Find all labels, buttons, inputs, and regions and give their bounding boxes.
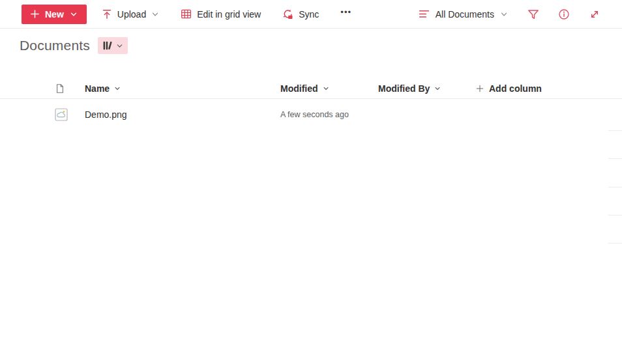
row-divider-fragment xyxy=(608,158,622,159)
library-title-row: Documents xyxy=(0,29,622,54)
column-header-modified[interactable]: Modified xyxy=(280,83,378,94)
page-title: Documents xyxy=(20,38,90,53)
sync-icon xyxy=(282,8,293,20)
file-modified: A few seconds ago xyxy=(280,110,378,119)
view-list-lines-icon xyxy=(419,8,430,20)
row-divider-fragment xyxy=(608,243,622,244)
command-bar: New Upload Edit in grid view xyxy=(0,0,622,29)
plus-icon xyxy=(476,85,484,92)
chevron-down-icon xyxy=(70,10,78,18)
chevron-down-icon xyxy=(114,85,121,92)
info-button[interactable] xyxy=(554,4,574,25)
plus-icon xyxy=(31,10,39,18)
column-header-modified-by[interactable]: Modified By xyxy=(378,83,476,94)
chevron-down-icon xyxy=(116,42,123,49)
view-selector-label: All Documents xyxy=(436,9,494,20)
list-header-row: Name Modified Modified By xyxy=(0,78,622,99)
chevron-down-icon xyxy=(323,85,329,92)
command-bar-left: New Upload Edit in grid view xyxy=(22,4,358,25)
sync-button[interactable]: Sync xyxy=(276,4,325,25)
upload-icon xyxy=(102,9,112,20)
row-divider-fragment xyxy=(608,215,622,216)
more-commands-button[interactable]: ••• xyxy=(334,4,358,25)
view-selector-all-documents[interactable]: All Documents xyxy=(413,4,513,25)
column-header-modified-label: Modified xyxy=(280,83,318,94)
edit-grid-view-button[interactable]: Edit in grid view xyxy=(174,4,267,25)
file-type-column-header[interactable] xyxy=(55,83,85,94)
upload-button[interactable]: Upload xyxy=(95,4,166,25)
document-library-page: New Upload Edit in grid view xyxy=(0,0,622,364)
new-button-label: New xyxy=(45,9,64,20)
expand-diagonal-icon xyxy=(589,8,600,20)
sync-label: Sync xyxy=(299,9,319,20)
column-header-name-label: Name xyxy=(85,83,110,94)
document-list: Name Modified Modified By xyxy=(0,78,622,130)
chevron-down-icon xyxy=(500,10,508,18)
filter-funnel-icon xyxy=(527,8,539,20)
expand-fullscreen-button[interactable] xyxy=(584,4,605,25)
edit-grid-view-label: Edit in grid view xyxy=(197,9,261,20)
chevron-down-icon xyxy=(151,10,159,18)
new-button[interactable]: New xyxy=(22,5,87,24)
upload-label: Upload xyxy=(117,9,146,20)
more-icon: ••• xyxy=(340,8,351,20)
file-row[interactable]: Demo.png A few seconds ago xyxy=(0,99,622,130)
info-icon xyxy=(558,8,570,20)
column-header-modified-by-label: Modified By xyxy=(378,83,430,94)
row-divider-fragment xyxy=(608,130,622,131)
tiles-view-icon xyxy=(102,40,113,51)
grid-view-icon xyxy=(181,8,192,20)
file-name[interactable]: Demo.png xyxy=(85,109,280,120)
filter-button[interactable] xyxy=(523,4,544,25)
chevron-down-icon xyxy=(434,85,441,92)
add-column-label: Add column xyxy=(489,83,542,94)
image-file-icon xyxy=(55,108,85,121)
column-header-name[interactable]: Name xyxy=(85,83,280,94)
view-toggle-button[interactable] xyxy=(98,37,128,54)
command-bar-right: All Documents xyxy=(413,4,605,25)
add-column-button[interactable]: Add column xyxy=(476,83,622,94)
row-divider-fragment xyxy=(608,187,622,188)
